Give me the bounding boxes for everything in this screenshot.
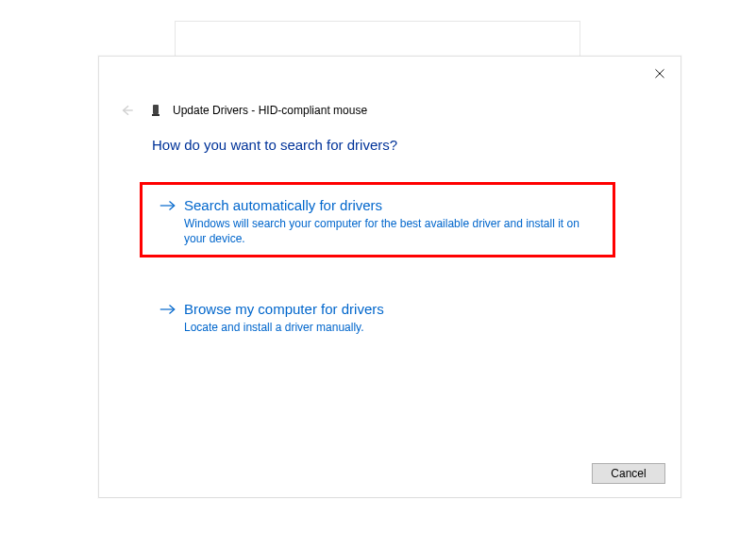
- option-description: Windows will search your computer for th…: [184, 216, 597, 246]
- close-icon: [654, 68, 665, 79]
- cancel-button[interactable]: Cancel: [592, 463, 665, 484]
- option-search-automatically[interactable]: Search automatically for drivers Windows…: [152, 189, 611, 256]
- dialog-title: Update Drivers - HID-compliant mouse: [173, 104, 367, 117]
- arrow-right-icon: [160, 303, 176, 320]
- option-title: Search automatically for drivers: [184, 196, 597, 215]
- option-title: Browse my computer for drivers: [184, 300, 597, 319]
- arrow-right-icon: [160, 199, 176, 216]
- update-drivers-dialog: Update Drivers - HID-compliant mouse How…: [98, 56, 681, 498]
- dialog-footer: Cancel: [592, 463, 665, 484]
- svg-rect-3: [153, 105, 159, 114]
- dialog-heading: How do you want to search for drivers?: [152, 137, 397, 153]
- option-description: Locate and install a driver manually.: [184, 320, 597, 335]
- parent-window-edge: [175, 21, 580, 58]
- device-icon: [150, 104, 161, 117]
- arrow-left-icon: [119, 103, 134, 118]
- dialog-header: Update Drivers - HID-compliant mouse: [116, 100, 367, 121]
- close-button[interactable]: [650, 66, 669, 85]
- option-browse-computer[interactable]: Browse my computer for drivers Locate an…: [152, 292, 611, 344]
- svg-rect-4: [152, 114, 160, 116]
- back-button: [116, 100, 137, 121]
